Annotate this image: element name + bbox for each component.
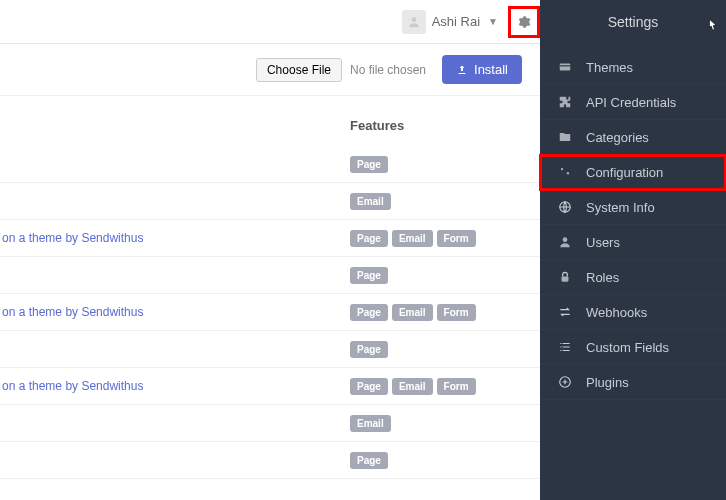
sidebar-item-users[interactable]: Users [540, 225, 726, 260]
folder-icon [558, 130, 572, 144]
sidebar-item-label: Plugins [586, 375, 629, 390]
sliders-icon [558, 165, 572, 179]
sidebar-item-label: Users [586, 235, 620, 250]
settings-gear-button[interactable] [508, 6, 540, 38]
features-column-header: Features [350, 118, 404, 133]
feature-badges: Page [350, 156, 388, 173]
badge-page: Page [350, 230, 388, 247]
feature-badges: Page [350, 267, 388, 284]
exchange-icon [558, 305, 572, 319]
feature-badges: PageEmailForm [350, 304, 476, 321]
sidebar-title: Settings [540, 0, 726, 42]
content: Features PageEmailon a theme by Sendwith… [0, 96, 540, 479]
user-menu[interactable]: Ashi Rai ▼ [392, 10, 508, 34]
badge-page: Page [350, 304, 388, 321]
row-description[interactable]: on a theme by Sendwithus [2, 305, 350, 319]
table-row: Email [0, 183, 540, 220]
upload-icon [456, 64, 468, 76]
sidebar-item-system-info[interactable]: System Info [540, 190, 726, 225]
sidebar-item-plugins[interactable]: Plugins [540, 365, 726, 400]
install-button[interactable]: Install [442, 55, 522, 84]
feature-badges: PageEmailForm [350, 378, 476, 395]
plus-circle-icon [558, 375, 572, 389]
settings-sidebar: Settings ThemesAPI CredentialsCategories… [540, 0, 726, 500]
table-row: Page [0, 442, 540, 479]
svg-rect-7 [562, 276, 569, 281]
row-description[interactable]: on a theme by Sendwithus [2, 379, 350, 393]
table-row: Email [0, 405, 540, 442]
feature-badges: Email [350, 193, 391, 210]
badge-email: Email [392, 378, 433, 395]
badge-form: Form [437, 230, 476, 247]
gear-icon [517, 15, 531, 29]
badge-page: Page [350, 452, 388, 469]
toolbar: Choose File No file chosen Install [0, 44, 540, 96]
feature-badges: Email [350, 415, 391, 432]
install-label: Install [474, 62, 508, 77]
sidebar-item-custom-fields[interactable]: Custom Fields [540, 330, 726, 365]
svg-point-0 [411, 17, 416, 22]
list-icon [558, 340, 572, 354]
sidebar-item-configuration[interactable]: Configuration [540, 155, 726, 190]
svg-rect-1 [560, 64, 571, 71]
table-row: Page [0, 257, 540, 294]
badge-page: Page [350, 156, 388, 173]
badge-page: Page [350, 378, 388, 395]
badge-email: Email [392, 304, 433, 321]
user-icon [558, 235, 572, 249]
badge-page: Page [350, 267, 388, 284]
badge-email: Email [392, 230, 433, 247]
sidebar-item-api-credentials[interactable]: API Credentials [540, 85, 726, 120]
card-icon [558, 60, 572, 74]
choose-file-button[interactable]: Choose File [256, 58, 342, 82]
sidebar-item-label: Themes [586, 60, 633, 75]
table-row: on a theme by SendwithusPageEmailForm [0, 368, 540, 405]
feature-badges: Page [350, 341, 388, 358]
sidebar-item-roles[interactable]: Roles [540, 260, 726, 295]
sidebar-item-label: Roles [586, 270, 619, 285]
username: Ashi Rai [432, 14, 480, 29]
badge-form: Form [437, 304, 476, 321]
svg-point-3 [561, 168, 563, 170]
globe-icon [558, 200, 572, 214]
table-row: Page [0, 331, 540, 368]
badge-email: Email [350, 193, 391, 210]
svg-rect-2 [560, 65, 571, 66]
badge-email: Email [350, 415, 391, 432]
lock-icon [558, 270, 572, 284]
feature-badges: Page [350, 452, 388, 469]
sidebar-item-categories[interactable]: Categories [540, 120, 726, 155]
table-row: Page [0, 146, 540, 183]
sidebar-item-label: Categories [586, 130, 649, 145]
sidebar-item-label: Webhooks [586, 305, 647, 320]
no-file-label: No file chosen [350, 63, 426, 77]
sidebar-item-webhooks[interactable]: Webhooks [540, 295, 726, 330]
badge-form: Form [437, 378, 476, 395]
table-row: on a theme by SendwithusPageEmailForm [0, 220, 540, 257]
table-row: on a theme by SendwithusPageEmailForm [0, 294, 540, 331]
sidebar-item-label: Configuration [586, 165, 663, 180]
puzzle-icon [558, 95, 572, 109]
sidebar-item-themes[interactable]: Themes [540, 50, 726, 85]
sidebar-item-label: Custom Fields [586, 340, 669, 355]
sidebar-item-label: System Info [586, 200, 655, 215]
svg-point-4 [567, 172, 569, 174]
caret-down-icon: ▼ [488, 16, 498, 27]
topbar: Ashi Rai ▼ [0, 0, 540, 44]
row-description[interactable]: on a theme by Sendwithus [2, 231, 350, 245]
sidebar-item-label: API Credentials [586, 95, 676, 110]
avatar [402, 10, 426, 34]
badge-page: Page [350, 341, 388, 358]
feature-badges: PageEmailForm [350, 230, 476, 247]
svg-point-6 [563, 237, 568, 242]
